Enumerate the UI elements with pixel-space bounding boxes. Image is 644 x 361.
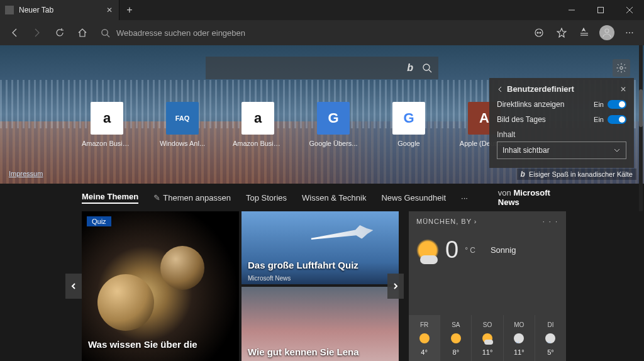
toggle-on-text: Ein xyxy=(594,116,604,123)
window-maximize-button[interactable] xyxy=(586,0,615,20)
quick-links-row: aAmazon Busin...FAQWindows Anl...aAmazon… xyxy=(82,102,509,147)
forward-button[interactable] xyxy=(26,22,48,43)
forecast-day-temp: 11° xyxy=(472,348,502,356)
svg-point-14 xyxy=(423,64,430,70)
search-icon xyxy=(101,28,110,38)
news-nav-item[interactable]: News Gesundheit xyxy=(381,193,446,203)
chevron-left-icon[interactable] xyxy=(497,86,503,92)
forecast-day-name: SO xyxy=(472,321,502,328)
tile-label: Windows Anl... xyxy=(157,140,208,147)
page-settings-button[interactable] xyxy=(613,59,630,77)
planet-image xyxy=(97,274,154,331)
news-card-lena-quiz[interactable]: Wie gut kennen Sie Lena xyxy=(242,287,399,361)
browser-toolbar: Webadresse suchen oder eingeben ··· xyxy=(0,20,644,45)
browser-tab[interactable]: Neuer Tab ✕ xyxy=(0,0,119,20)
tile-icon: a xyxy=(91,102,123,135)
refresh-button[interactable] xyxy=(49,22,70,43)
svg-line-15 xyxy=(429,70,431,72)
forecast-day-icon xyxy=(482,333,492,343)
weather-widget[interactable]: MÜNCHEN, BY › · · · 0 ° C Sonnig FR4°SA8… xyxy=(409,211,566,361)
weather-now-icon xyxy=(416,239,439,262)
tile-icon: a xyxy=(242,102,274,135)
forecast-day-temp: 8° xyxy=(440,348,471,356)
quick-link-tile[interactable]: GGoogle xyxy=(384,102,434,147)
quiz-badge: Quiz xyxy=(87,216,111,226)
news-card-quiz-planets[interactable]: Quiz Was wissen Sie über die xyxy=(82,211,239,361)
forecast-day-temp: 11° xyxy=(504,348,535,356)
forecast-day-temp: 4° xyxy=(409,348,440,356)
weather-unit: ° C xyxy=(465,246,475,255)
content-select-value: Inhalt sichtbar xyxy=(502,146,550,155)
toggle-image-label: Bild des Tages xyxy=(497,115,546,124)
address-placeholder: Webadresse suchen oder eingeben xyxy=(116,28,245,38)
svg-rect-1 xyxy=(598,8,604,13)
profile-avatar[interactable] xyxy=(596,22,618,43)
home-button[interactable] xyxy=(72,22,93,43)
weather-location[interactable]: MÜNCHEN, BY › xyxy=(416,218,477,225)
forecast-day[interactable]: FR4° xyxy=(409,315,440,361)
bing-logo-icon: b xyxy=(407,62,413,74)
toggle-on-text: Ein xyxy=(594,101,604,108)
content-label: Inhalt xyxy=(497,130,626,139)
more-menu-icon[interactable]: ··· xyxy=(619,22,640,43)
news-nav-item[interactable]: Wissen & Technik xyxy=(302,193,366,203)
inprivate-icon[interactable] xyxy=(528,22,550,43)
forecast-day[interactable]: MO11° xyxy=(503,315,535,361)
window-close-button[interactable] xyxy=(615,0,644,20)
quick-link-tile[interactable]: FAQWindows Anl... xyxy=(157,102,208,147)
news-nav: Meine Themen✎ Themen anpassenTop Stories… xyxy=(0,184,644,211)
forecast-day[interactable]: SA8° xyxy=(440,315,471,361)
close-tab-icon[interactable]: ✕ xyxy=(105,6,114,14)
forecast-day[interactable]: SO11° xyxy=(471,315,502,361)
toggle-quicklinks-label: Direktlinks anzeigen xyxy=(497,100,564,109)
new-tab-button[interactable]: + xyxy=(119,0,140,20)
news-cards-row: Quiz Was wissen Sie über die Das große L… xyxy=(0,211,644,361)
panel-close-icon[interactable]: ✕ xyxy=(620,85,626,94)
back-button[interactable] xyxy=(4,22,25,43)
news-nav-item[interactable]: Top Stories xyxy=(246,193,287,203)
news-card-aviation-quiz[interactable]: Das große Luftfahrt Quiz Microsoft News xyxy=(242,211,399,284)
page-settings-panel: Benutzerdefiniert ✕ Direktlinks anzeigen… xyxy=(489,78,634,168)
tile-label: Amazon Busin... xyxy=(82,140,132,147)
newtab-hero: b aAmazon Busin...FAQWindows Anl...aAmaz… xyxy=(0,45,644,184)
tile-icon: FAQ xyxy=(166,102,199,135)
svg-point-4 xyxy=(102,29,108,35)
toggle-image[interactable] xyxy=(608,115,626,124)
bing-logo-icon: b xyxy=(521,170,525,179)
toggle-quicklinks[interactable] xyxy=(608,100,626,109)
svg-point-7 xyxy=(537,32,538,33)
forecast-day[interactable]: DI5° xyxy=(535,315,566,361)
weather-forecast-row: FR4°SA8°SO11°MO11°DI5° xyxy=(409,315,566,361)
weather-more-icon[interactable]: · · · xyxy=(543,218,558,225)
window-minimize-button[interactable] xyxy=(557,0,586,20)
address-bar[interactable]: Webadresse suchen oder eingeben xyxy=(94,23,527,42)
quick-link-tile[interactable]: GGoogle Übers... xyxy=(308,102,358,147)
image-credit[interactable]: b Eisiger Spaß in kanadischer Kälte xyxy=(517,169,636,180)
page-scrollbar-thumb[interactable] xyxy=(639,89,643,127)
quick-link-tile[interactable]: aAmazon Busin... xyxy=(82,102,132,147)
carousel-prev-button[interactable] xyxy=(65,274,82,299)
bing-search-box[interactable]: b xyxy=(206,57,438,79)
tab-title: Neuer Tab xyxy=(19,6,100,14)
svg-point-8 xyxy=(540,32,541,33)
forecast-day-icon xyxy=(451,333,461,343)
chevron-down-icon xyxy=(613,147,621,154)
news-nav-item[interactable]: ✎ Themen anpassen xyxy=(153,193,231,203)
content-select[interactable]: Inhalt sichtbar xyxy=(497,142,626,159)
quick-link-tile[interactable]: aAmazon Busin... xyxy=(233,102,283,147)
forecast-day-icon xyxy=(419,333,430,343)
forecast-day-icon xyxy=(514,333,524,343)
favorites-list-icon[interactable] xyxy=(574,22,595,43)
card-title: Wie gut kennen Sie Lena xyxy=(248,347,359,357)
impressum-link[interactable]: Impressum xyxy=(9,170,43,177)
nav-more-icon[interactable]: ··· xyxy=(461,193,468,203)
carousel-next-button[interactable] xyxy=(387,274,404,299)
favorite-icon[interactable] xyxy=(551,22,572,43)
news-nav-item[interactable]: Meine Themen xyxy=(82,192,138,204)
svg-line-5 xyxy=(107,35,109,37)
svg-marker-10 xyxy=(582,28,585,31)
card-source: Microsoft News xyxy=(248,275,291,282)
panel-title: Benutzerdefiniert xyxy=(507,84,574,94)
tile-label: Google Übers... xyxy=(308,140,358,147)
search-submit-icon[interactable] xyxy=(422,63,432,73)
